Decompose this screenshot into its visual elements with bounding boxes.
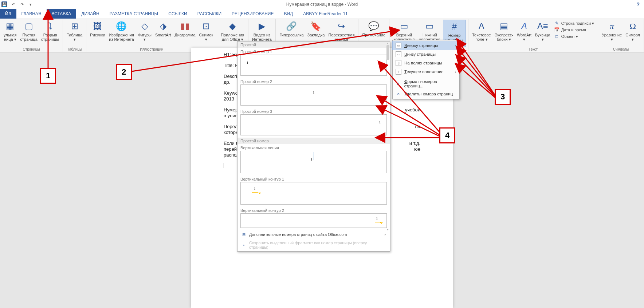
remove-icon: ✕ [396, 91, 401, 97]
tab-abbyy[interactable]: ABBYY FineReader 11 [298, 9, 353, 19]
blank-page-button[interactable]: ▢Пустая страница [19, 20, 39, 47]
gallery-item[interactable]: Вертикальный контур 1 1 [237, 175, 390, 207]
table-button[interactable]: ⊞Таблица ▾ [65, 20, 84, 47]
gallery-section-header: Простой номер [237, 138, 390, 144]
format-icon: 🗎 [396, 81, 401, 87]
shapes-button[interactable]: ◇Фигуры ▾ [136, 20, 153, 47]
undo-icon[interactable]: ↶ [10, 1, 16, 7]
gallery-item-label: Простой номер 2 [240, 79, 387, 84]
gallery-item[interactable]: Вертикальный контур 2 1 [237, 207, 390, 230]
chart-button[interactable]: ▮▮Диаграмма [173, 20, 197, 47]
office-icon: ⊞ [241, 232, 246, 237]
textbox-button[interactable]: AТекстовое поле ▾ [471, 20, 492, 47]
gallery-save-selection: ▫ Сохранить выделенный фрагмент как номе… [237, 239, 390, 251]
quickparts-button[interactable]: ▤Экспресс- блоки ▾ [493, 20, 515, 47]
tab-view[interactable]: ВИД [279, 9, 298, 19]
qat-customize-icon[interactable]: ▾ [28, 1, 34, 7]
online-pictures-button[interactable]: 🌐Изображения из Интернета [107, 20, 136, 47]
wordart-button[interactable]: AWordArt ▾ [515, 20, 533, 47]
date-time-button[interactable]: 📅Дата и время [554, 27, 594, 33]
group-label: Таблицы [67, 47, 82, 52]
current-position-icon: # [396, 69, 401, 75]
gallery-item[interactable]: Вертикальная линия 1 [237, 144, 390, 175]
gallery-scrollbar[interactable]: ▴ ▾ [386, 42, 390, 232]
annotation-1: 1 [40, 68, 56, 84]
submenu-bottom-of-page[interactable]: ▭ Внизу страницы ▸ [393, 50, 459, 59]
page-margins-icon: ▯ [396, 60, 401, 66]
gallery-item-label: Простой номер 3 [240, 108, 387, 114]
pictures-button[interactable]: 🖼Рисунки [89, 20, 107, 47]
group-illustrations: 🖼Рисунки 🌐Изображения из Интернета ◇Фигу… [86, 19, 217, 52]
submenu-page-margins[interactable]: ▯ На полях страницы ▸ [393, 59, 459, 67]
gallery-item-label: Вертикальная линия [240, 145, 387, 151]
group-pages: ▦ульная ница ▾ ▢Пустая страница ⤵Разрыв … [0, 19, 63, 52]
gallery-item[interactable]: Простой номер 2 1 [237, 78, 390, 108]
tab-file[interactable]: ЙЛ [0, 9, 16, 19]
submenu-current-position[interactable]: # Текущее положение ▸ [393, 67, 459, 76]
gallery-more-office[interactable]: ⊞ Дополнительные номера страниц с сайта … [237, 230, 390, 239]
object-button[interactable]: □Объект ▾ [554, 33, 594, 39]
help-icon[interactable]: ? [636, 1, 640, 7]
page-number-submenu: ▭ Вверху страницы ▸ ▭ Внизу страницы ▸ ▯… [392, 40, 460, 99]
gallery-item-label: Вертикальный контур 1 [240, 176, 387, 182]
scroll-down-icon[interactable]: ▾ [386, 228, 390, 232]
tab-home[interactable]: ГЛАВНАЯ [16, 9, 47, 19]
annotation-4: 4 [439, 127, 455, 143]
save-icon: ▫ [241, 242, 246, 248]
cover-page-button[interactable]: ▦ульная ница ▾ [2, 20, 18, 47]
page-top-icon: ▭ [396, 43, 401, 48]
gallery-item[interactable]: Простой номер 1 1 [237, 48, 390, 78]
group-label: Символы [613, 47, 629, 52]
group-text: AТекстовое поле ▾ ▤Экспресс- блоки ▾ AWo… [468, 19, 598, 52]
group-symbols: πУравнение ▾ ΩСимвол ▾ Символы [598, 19, 644, 52]
tab-mailings[interactable]: РАССЫЛКИ [192, 9, 227, 19]
smartart-button[interactable]: ⬗SmartArt [154, 20, 172, 47]
annotation-2: 2 [116, 64, 132, 80]
scroll-up-icon[interactable]: ▴ [386, 42, 390, 45]
gallery-item-label: Вертикальный контур 2 [240, 208, 387, 213]
redo-icon[interactable]: ↷ [19, 1, 25, 7]
page-number-gallery: Простой Простой номер 1 1 Простой номер … [237, 41, 390, 252]
equation-button[interactable]: πУравнение ▾ [600, 20, 623, 47]
title-bar: 💾 ↶ ↷ ▾ Нумерация страниц в ворде - Word… [0, 0, 644, 9]
tab-references[interactable]: ССЫЛКИ [163, 9, 192, 19]
tab-design[interactable]: ДИЗАЙН [76, 9, 104, 19]
scroll-thumb[interactable] [386, 45, 389, 60]
group-label: Иллюстрации [140, 47, 163, 52]
page-break-button[interactable]: ⤵Разрыв страницы [40, 20, 60, 47]
tab-review[interactable]: РЕЦЕНЗИРОВАНИЕ [227, 9, 279, 19]
quick-access-toolbar: 💾 ↶ ↷ ▾ [0, 1, 34, 7]
dropcap-button[interactable]: A≡Буквица ▾ [534, 20, 552, 47]
gallery-footer: ⊞ Дополнительные номера страниц с сайта … [237, 230, 390, 251]
group-tables: ⊞Таблица ▾ Таблицы [63, 19, 86, 52]
screenshot-button[interactable]: ⊡Снимок ▾ [198, 20, 215, 47]
submenu-top-of-page[interactable]: ▭ Вверху страницы ▸ [392, 41, 460, 50]
page-bottom-icon: ▭ [396, 51, 401, 57]
submenu-remove-numbers[interactable]: ✕ Удалить номера страниц [393, 90, 459, 98]
separator [394, 77, 458, 77]
signature-line-button[interactable]: ✎Строка подписи ▾ [554, 20, 594, 26]
annotation-3: 3 [495, 89, 511, 105]
submenu-format-numbers[interactable]: 🗎 Формат номеров страниц... [393, 78, 459, 90]
group-label: Страницы [23, 47, 40, 52]
tab-insert[interactable]: ВСТАВКА [47, 9, 76, 19]
tab-layout[interactable]: РАЗМЕТКА СТРАНИЦЫ [105, 9, 164, 19]
gallery-item-label: Простой номер 1 [240, 49, 387, 55]
group-label: Текст [529, 47, 538, 52]
gallery-item[interactable]: Простой номер 3 1 [237, 108, 390, 138]
window-title: Нумерация страниц в ворде - Word [286, 2, 358, 7]
gallery-section-header: Простой [237, 42, 390, 48]
ribbon-tabs: ЙЛ ГЛАВНАЯ ВСТАВКА ДИЗАЙН РАЗМЕТКА СТРАН… [0, 9, 644, 19]
save-icon[interactable]: 💾 [1, 1, 7, 7]
symbol-button[interactable]: ΩСимвол ▾ [624, 20, 641, 47]
